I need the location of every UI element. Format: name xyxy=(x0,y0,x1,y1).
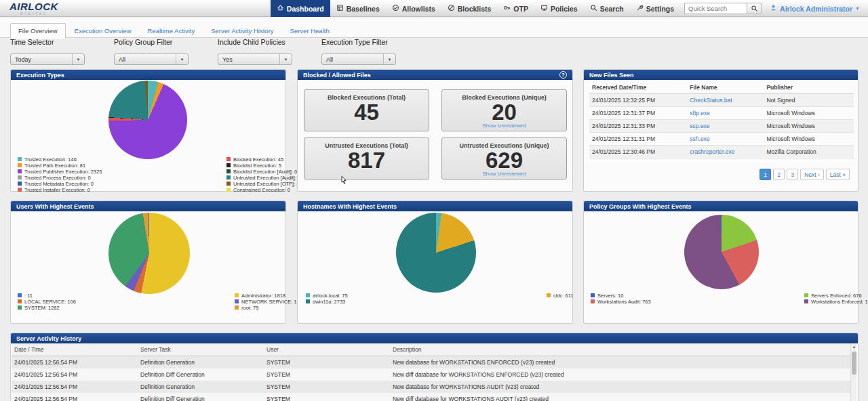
table-row[interactable]: 24/01/2025 12:56:54 PMDefinition Diff Ge… xyxy=(12,393,852,401)
panel-server-activity-history: Server Activity History Date / TimeServe… xyxy=(10,333,859,401)
scrollbar-thumb[interactable] xyxy=(852,352,856,375)
column-header[interactable]: Received Date/Time xyxy=(589,81,687,94)
execution-types-pie-chart[interactable] xyxy=(108,81,187,159)
table-cell: Mozilla Corporation xyxy=(764,146,854,159)
page-button-1[interactable]: 1 xyxy=(760,169,771,180)
legend-swatch xyxy=(547,293,551,297)
top-bar: AIRLOCK DIGITAL DashboardBaselinesAllowl… xyxy=(0,0,868,17)
table-scrollbar[interactable]: ▲ xyxy=(850,344,856,401)
legend-swatch xyxy=(226,163,231,167)
filter-select[interactable]: Today▼ xyxy=(10,54,85,65)
nav-item-label: Policies xyxy=(551,5,578,13)
tab-execution-overview[interactable]: Execution Overview xyxy=(67,24,139,38)
table-row[interactable]: 24/01/2025 12:32:25 PMCheckStatus.batNot… xyxy=(589,94,854,107)
page-button-next[interactable]: Next › xyxy=(800,169,824,180)
filter-select[interactable]: All▼ xyxy=(114,54,189,65)
file-link[interactable]: sftp.exe xyxy=(690,110,710,117)
tab-realtime-activity[interactable]: Realtime Activity xyxy=(140,24,203,38)
column-header[interactable]: Description xyxy=(390,343,852,356)
nav-item-blocklists[interactable]: Blocklists xyxy=(441,0,498,17)
airlock-logo[interactable]: AIRLOCK DIGITAL xyxy=(9,1,58,16)
page-button-last[interactable]: Last » xyxy=(826,169,850,180)
legend-swatch xyxy=(18,163,22,167)
table-cell: 24/01/2025 12:56:54 PM xyxy=(12,356,138,369)
page-button-2[interactable]: 2 xyxy=(773,169,785,180)
table-row[interactable]: 24/01/2025 12:30:46 PMcrashreporter.exeM… xyxy=(589,146,854,159)
nav-item-baselines[interactable]: Baselines xyxy=(330,0,386,17)
table-row[interactable]: 24/01/2025 12:31:33 PMscp.exeMicrosoft W… xyxy=(589,120,854,133)
column-header[interactable]: File Name xyxy=(687,81,764,94)
legend-swatch xyxy=(18,299,22,303)
table-cell: 24/01/2025 12:56:54 PM xyxy=(12,381,138,393)
file-link[interactable]: crashreporter.exe xyxy=(690,148,734,155)
page-button-3[interactable]: 3 xyxy=(787,169,798,180)
file-link[interactable]: ssh.exe xyxy=(690,135,709,142)
table-row[interactable]: 24/01/2025 12:56:54 PMDefinition Generat… xyxy=(12,381,852,393)
table-cell: Microsoft Windows xyxy=(764,120,854,133)
server-activity-table: Date / TimeServer TaskUserDescription24/… xyxy=(12,343,852,401)
scroll-up-icon[interactable]: ▲ xyxy=(851,344,857,350)
statbox-blocked-executions-total[interactable]: Blocked Executions (Total)45 xyxy=(304,89,429,131)
nav-item-search[interactable]: Search xyxy=(584,0,630,17)
panel-title: New Files Seen xyxy=(589,72,634,79)
statbox-untrusted-executions-unique[interactable]: Untrusted Executions (Unique)629Show Unr… xyxy=(441,138,567,180)
search-icon xyxy=(590,4,597,13)
chevron-down-icon: ▼ xyxy=(855,6,860,11)
legend-item: Trusted Installer Execution: 0 xyxy=(18,187,102,192)
legend-item: LOCAL SERVICE: 106 xyxy=(18,299,76,304)
column-header[interactable]: Date / Time xyxy=(12,343,138,356)
filter-select[interactable]: All▼ xyxy=(321,54,396,65)
column-header[interactable]: User xyxy=(264,343,390,356)
panel-policy-groups-highest-events: Policy Groups With Highest Events Server… xyxy=(583,200,859,324)
legend-swatch xyxy=(18,182,22,186)
quick-search-input[interactable] xyxy=(684,3,747,14)
pagination: 123Next ›Last » xyxy=(760,169,850,180)
table-row[interactable]: 24/01/2025 12:31:37 PMsftp.exeMicrosoft … xyxy=(589,107,854,120)
filter-label: Include Child Policies xyxy=(218,38,292,46)
hostnames-pie-chart[interactable] xyxy=(396,213,476,293)
table-cell: 24/01/2025 12:31:31 PM xyxy=(589,133,687,146)
legend-label: dwin11a: 2733 xyxy=(313,299,345,305)
panel-header: Hostnames With Highest Events xyxy=(298,201,572,211)
legend-label: Blocklist Execution: 5 xyxy=(233,163,281,169)
legend-swatch xyxy=(235,305,239,310)
legend-swatch xyxy=(804,293,808,297)
nav-item-allowlists[interactable]: Allowlists xyxy=(386,0,441,17)
column-header[interactable]: Server Task xyxy=(138,343,264,356)
filter-select[interactable]: Yes▼ xyxy=(218,54,292,65)
nav-item-policies[interactable]: Policies xyxy=(534,0,584,17)
show-unreviewed-link[interactable]: Show Unreviewed xyxy=(442,123,566,129)
statbox-value: 45 xyxy=(304,101,429,124)
table-row[interactable]: 24/01/2025 12:56:54 PMDefinition Generat… xyxy=(12,356,852,369)
tab-server-activity-history[interactable]: Server Activity History xyxy=(203,24,281,38)
table-row[interactable]: 24/01/2025 12:56:54 PMDefinition Diff Ge… xyxy=(12,368,852,381)
filter-label: Time Selector xyxy=(10,38,85,46)
tab-server-health[interactable]: Server Health xyxy=(283,24,337,38)
file-link[interactable]: CheckStatus.bat xyxy=(690,97,732,104)
statbox-untrusted-executions-total[interactable]: Untrusted Executions (Total)817 xyxy=(304,138,429,180)
legend-item: Untrusted Execution [Audit]: 778 xyxy=(226,175,307,180)
table-cell: New database for WORKSTATIONS AUDIT (v23… xyxy=(390,381,852,393)
table-cell: ssh.exe xyxy=(687,133,764,146)
legend-swatch xyxy=(306,299,310,303)
table-cell: Not Signed xyxy=(764,94,854,107)
nav-item-otp[interactable]: OTP xyxy=(497,0,534,17)
panel-new-files-seen: New Files Seen Received Date/TimeFile Na… xyxy=(583,69,859,192)
table-cell: SYSTEM xyxy=(264,393,390,401)
table-row[interactable]: 24/01/2025 12:31:31 PMssh.exeMicrosoft W… xyxy=(589,133,854,146)
panel-hostnames-highest-events: Hostnames With Highest Events airlock.lo… xyxy=(297,200,573,324)
help-icon[interactable]: ? xyxy=(559,71,567,79)
user-menu[interactable]: Airlock Administrator ▼ xyxy=(766,0,868,17)
policy-groups-pie-chart[interactable] xyxy=(684,215,759,289)
users-pie-chart[interactable] xyxy=(108,213,190,294)
nav-item-dashboard[interactable]: Dashboard xyxy=(271,0,330,17)
show-unreviewed-link[interactable]: Show Unreviewed xyxy=(442,171,566,177)
statbox-blocked-executions-unique[interactable]: Blocked Executions (Unique)20Show Unrevi… xyxy=(441,89,567,131)
tab-file-overview[interactable]: File Overview xyxy=(10,23,66,39)
quick-search-button[interactable] xyxy=(747,3,762,14)
panel-execution-types: Execution Types Trusted Execution: 146Tr… xyxy=(10,69,286,192)
column-header[interactable]: Publisher xyxy=(764,81,854,94)
legend-label: LOCAL SERVICE: 106 xyxy=(24,299,76,305)
nav-item-settings[interactable]: Settings xyxy=(630,0,680,17)
file-link[interactable]: scp.exe xyxy=(690,123,709,129)
